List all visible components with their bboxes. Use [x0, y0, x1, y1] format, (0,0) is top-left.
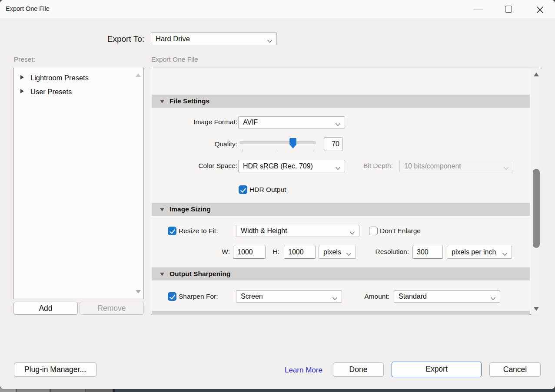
slider-tick — [243, 149, 243, 152]
quality-value-input[interactable]: 70 — [324, 137, 343, 151]
amount-label: Amount: — [346, 292, 389, 301]
chevron-down-icon — [503, 164, 509, 168]
chevron-down-icon — [267, 37, 273, 41]
color-space-label: Color Space: — [160, 161, 237, 170]
plugin-manager-button[interactable]: Plug-in Manager... — [14, 362, 96, 377]
dialog-title: Export One File — [6, 5, 50, 12]
quality-label: Quality: — [160, 140, 237, 148]
chevron-down-icon — [502, 250, 508, 254]
height-label: H: — [265, 247, 279, 256]
amount-select[interactable]: Standard — [394, 290, 500, 303]
resolution-label: Resolution: — [366, 247, 409, 256]
collapse-triangle-icon — [160, 273, 164, 276]
resize-to-fit-select[interactable]: Width & Height — [236, 225, 359, 237]
panel-scrollbar[interactable] — [531, 69, 542, 315]
dont-enlarge-label: Don’t Enlarge — [380, 227, 421, 235]
chevron-down-icon — [335, 121, 341, 125]
slider-tick — [278, 149, 278, 152]
color-space-select[interactable]: HDR sRGB (Rec. 709) — [238, 160, 345, 172]
panel-title: Export One File — [151, 55, 198, 64]
scroll-down-icon[interactable] — [534, 307, 539, 311]
scroll-up-icon[interactable] — [534, 72, 539, 76]
bit-depth-select: 10 bits/component — [399, 160, 513, 172]
chevron-down-icon — [490, 295, 496, 299]
sharpen-for-select[interactable]: Screen — [236, 290, 342, 303]
section-file-settings[interactable]: File Settings — [152, 95, 530, 108]
export-button[interactable]: Export — [392, 362, 482, 377]
maximize-icon — [505, 6, 512, 13]
export-dialog: Export One File Export To: Hard Drive Pr… — [0, 0, 555, 389]
chevron-down-icon — [349, 229, 355, 233]
minimize-button[interactable] — [463, 0, 483, 17]
slider-tick — [313, 149, 313, 152]
export-to-select[interactable]: Hard Drive — [151, 32, 277, 45]
preset-list[interactable]: Lightroom PresetsUser Presets — [13, 68, 144, 299]
sharpen-for-label: Sharpen For: — [179, 292, 218, 301]
resolution-units-select[interactable]: pixels per inch — [447, 246, 512, 259]
minimize-icon — [473, 9, 483, 10]
scrollbar-thumb[interactable] — [533, 169, 540, 248]
image-format-select[interactable]: AVIF — [238, 116, 345, 128]
quality-slider-track[interactable] — [239, 141, 316, 144]
scroll-down-icon[interactable] — [136, 290, 141, 293]
close-button[interactable] — [526, 0, 546, 17]
collapse-triangle-icon — [160, 100, 164, 103]
height-input[interactable]: 1000 — [284, 246, 316, 259]
collapse-triangle-icon — [160, 208, 164, 211]
section-image-sizing[interactable]: Image Sizing — [152, 203, 530, 216]
learn-more-link[interactable]: Learn More — [285, 366, 322, 375]
close-icon — [536, 6, 544, 14]
done-button[interactable]: Done — [333, 362, 384, 377]
remove-button[interactable]: Remove — [80, 302, 144, 315]
hdr-output-label: HDR Output — [249, 185, 286, 194]
maximize-button[interactable] — [495, 0, 515, 17]
titlebar: Export One File — [0, 0, 555, 18]
expand-triangle-icon — [20, 75, 24, 79]
add-button[interactable]: Add — [13, 302, 78, 315]
preset-item[interactable]: Lightroom Presets — [14, 71, 143, 84]
export-to-label: Export To: — [65, 34, 144, 44]
preset-item[interactable]: User Presets — [14, 85, 143, 98]
quality-slider-thumb[interactable] — [289, 138, 296, 148]
image-format-label: Image Format: — [160, 118, 237, 126]
screen: Export One File Export To: Hard Drive Pr… — [0, 0, 555, 392]
section-output-sharpening[interactable]: Output Sharpening — [152, 267, 530, 280]
scroll-up-icon[interactable] — [136, 73, 141, 77]
width-input[interactable]: 1000 — [233, 246, 266, 259]
chevron-down-icon — [332, 295, 338, 299]
units-select[interactable]: pixels — [319, 246, 356, 259]
expand-triangle-icon — [20, 89, 24, 93]
bit-depth-label: Bit Depth: — [334, 161, 393, 170]
resize-to-fit-label: Resize to Fit: — [179, 227, 218, 235]
dont-enlarge-checkbox[interactable] — [369, 227, 378, 235]
settings-panel: File Settings Image Format: AVIF Quality… — [151, 68, 542, 315]
preset-label: Preset: — [14, 55, 35, 64]
resolution-input[interactable]: 300 — [412, 246, 443, 259]
chevron-down-icon — [346, 250, 352, 254]
resize-to-fit-checkbox[interactable] — [168, 227, 176, 235]
width-label: W: — [213, 247, 230, 256]
cancel-button[interactable]: Cancel — [489, 362, 541, 377]
sharpen-for-checkbox[interactable] — [168, 292, 176, 301]
next-section-header-sliver — [152, 311, 530, 315]
hdr-output-checkbox[interactable] — [239, 185, 247, 194]
